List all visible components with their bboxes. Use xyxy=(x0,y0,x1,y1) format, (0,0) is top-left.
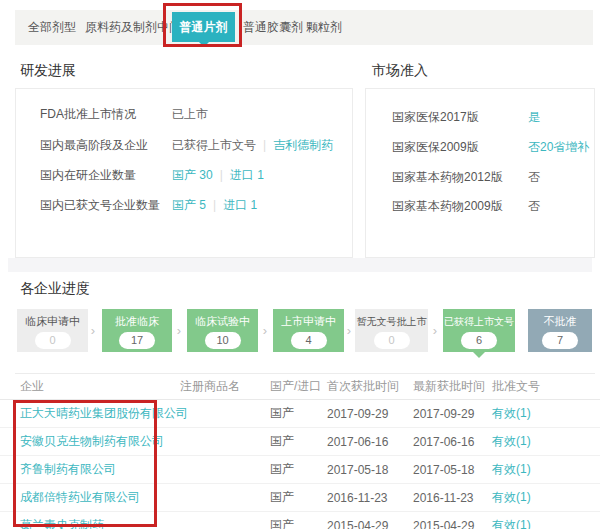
mkt-row-nrdl2017: 国家医保2017版是 xyxy=(392,109,540,125)
chevron-right-icon: › xyxy=(173,309,185,352)
rd-row-fda-value: 已上市 xyxy=(172,107,208,121)
license-link[interactable]: 有效(1) xyxy=(492,405,600,422)
origin-cell: 国产 xyxy=(270,461,327,478)
latest-approval-cell: 2015-04-29 xyxy=(413,519,492,529)
company-link[interactable]: 齐鲁制药有限公司 xyxy=(20,461,180,478)
tab-plain-tablet-selected[interactable]: 普通片剂 xyxy=(172,12,235,42)
rd-row-domestic-stage: 国内最高阶段及企业已获得上市文号|吉利德制药 xyxy=(40,137,333,153)
chevron-right-icon: › xyxy=(87,309,99,352)
stage-licensed-selected[interactable]: 已获得上市文号 6 xyxy=(443,309,515,352)
stage-rejected[interactable]: 不批准 7 xyxy=(528,309,592,352)
stage-label: 不批准 xyxy=(528,314,592,329)
stage-in-trial[interactable]: 临床试验中 10 xyxy=(187,309,258,352)
first-approval-cell: 2015-04-29 xyxy=(327,519,413,529)
rd-row-fda-label: FDA批准上市情况 xyxy=(40,106,172,122)
table-row: 正大天晴药业集团股份有限公司 国产 2017-09-29 2017-09-29 … xyxy=(0,400,600,428)
col-header-license: 批准文号 xyxy=(492,378,600,395)
origin-cell: 国产 xyxy=(270,433,327,450)
rd-progress-title: 研发进展 xyxy=(20,62,76,80)
stage-label: 临床试验中 xyxy=(187,314,258,329)
rd-row-fda: FDA批准上市情况已上市 xyxy=(40,106,208,122)
rd-row-domestic-stage-value: 已获得上市文号 xyxy=(172,138,256,152)
origin-cell: 国产 xyxy=(270,405,327,422)
mkt-row-nrdl2017-label: 国家医保2017版 xyxy=(392,109,528,125)
section-divider-band xyxy=(8,258,592,272)
first-approval-cell: 2017-06-16 xyxy=(327,435,413,449)
stage-label: 上市申请中 xyxy=(273,314,344,329)
market-access-card: 国家医保2017版是 国家医保2009版否20省增补 国家基本药物2012版否 … xyxy=(365,88,595,258)
rd-row-in-research-domestic-link[interactable]: 国产 30 xyxy=(172,168,213,182)
table-header-row: 企业 注册商品名 国产/进口 首次获批时间 最新获批时间 批准文号 xyxy=(0,373,600,400)
latest-approval-cell: 2017-06-16 xyxy=(413,435,492,449)
table-row: 葛兰素史克制药 国产 2015-04-29 2015-04-29 有效(1) xyxy=(0,512,600,529)
origin-cell: 国产 xyxy=(270,489,327,506)
col-header-origin: 国产/进口 xyxy=(270,378,327,395)
mkt-row-eml2009-value: 否 xyxy=(528,199,540,213)
stage-label: 临床申请中 xyxy=(17,314,88,329)
rd-row-in-research-label: 国内在研企业数量 xyxy=(40,167,172,183)
stage-count-badge: 10 xyxy=(205,332,241,349)
chevron-right-icon: › xyxy=(259,309,271,352)
rd-row-in-research-count: 国内在研企业数量国产 30|进口 1 xyxy=(40,167,264,183)
dosage-form-tabbar: 全部剂型 原料药及制剂中间体 普通片剂 普通胶囊剂 颗粒剂 xyxy=(15,10,593,45)
first-approval-cell: 2016-11-23 xyxy=(327,491,413,505)
stage-label: 已获得上市文号 xyxy=(443,314,515,329)
table-row: 安徽贝克生物制药有限公司 国产 2017-06-16 2017-06-16 有效… xyxy=(0,428,600,456)
company-link[interactable]: 正大天晴药业集团股份有限公司 xyxy=(20,405,180,422)
col-header-brand: 注册商品名 xyxy=(180,378,270,395)
stage-clinical-approved[interactable]: 批准临床 17 xyxy=(102,309,172,352)
license-link[interactable]: 有效(1) xyxy=(492,433,600,450)
company-link[interactable]: 成都倍特药业有限公司 xyxy=(20,489,180,506)
company-link[interactable]: 安徽贝克生物制药有限公司 xyxy=(20,433,180,450)
table-body: 正大天晴药业集团股份有限公司 国产 2017-09-29 2017-09-29 … xyxy=(0,400,600,529)
col-header-first-approval: 首次获批时间 xyxy=(327,378,413,395)
stage-label: 批准临床 xyxy=(102,314,172,329)
company-link[interactable]: 葛兰素史克制药 xyxy=(20,517,180,529)
mkt-row-nrdl2009-label: 国家医保2009版 xyxy=(392,139,528,155)
mkt-row-nrdl2009-value[interactable]: 否20省增补 xyxy=(528,140,589,154)
origin-cell: 国产 xyxy=(270,517,327,529)
stage-count-badge: 0 xyxy=(35,332,71,349)
latest-approval-cell: 2016-11-23 xyxy=(413,491,492,505)
license-link[interactable]: 有效(1) xyxy=(492,517,600,529)
table-row: 成都倍特药业有限公司 国产 2016-11-23 2016-11-23 有效(1… xyxy=(0,484,600,512)
rd-row-licensed-import-link[interactable]: 进口 1 xyxy=(223,198,257,212)
mkt-row-nrdl2009: 国家医保2009版否20省增补 xyxy=(392,139,589,155)
value-divider: | xyxy=(213,198,216,212)
rd-row-licensed-label: 国内已获文号企业数量 xyxy=(40,197,172,213)
rd-row-domestic-stage-label: 国内最高阶段及企业 xyxy=(40,137,172,153)
stage-count-badge: 0 xyxy=(374,332,410,349)
stage-count-badge: 7 xyxy=(542,332,578,349)
rd-row-in-research-import-link[interactable]: 进口 1 xyxy=(230,168,264,182)
value-divider: | xyxy=(263,138,266,152)
license-link[interactable]: 有效(1) xyxy=(492,461,600,478)
tab-all-dosage-forms[interactable]: 全部剂型 xyxy=(28,10,76,45)
first-approval-cell: 2017-05-18 xyxy=(327,463,413,477)
latest-approval-cell: 2017-05-18 xyxy=(413,463,492,477)
company-progress-title: 各企业进度 xyxy=(20,280,90,298)
rd-row-company-link[interactable]: 吉利德制药 xyxy=(273,138,333,152)
license-link[interactable]: 有效(1) xyxy=(492,489,600,506)
rd-row-licensed-domestic-link[interactable]: 国产 5 xyxy=(172,198,206,212)
mkt-row-eml2012: 国家基本药物2012版否 xyxy=(392,169,540,185)
market-access-title: 市场准入 xyxy=(372,62,428,80)
rd-row-licensed-count: 国内已获文号企业数量国产 5|进口 1 xyxy=(40,197,257,213)
col-header-latest-approval: 最新获批时间 xyxy=(413,378,492,395)
tab-granule[interactable]: 颗粒剂 xyxy=(306,10,342,45)
chevron-right-icon: › xyxy=(343,309,355,352)
page: 全部剂型 原料药及制剂中间体 普通片剂 普通胶囊剂 颗粒剂 研发进展 FDA批准… xyxy=(0,0,600,529)
stage-clinical-applying[interactable]: 临床申请中 0 xyxy=(17,309,88,352)
stage-count-badge: 4 xyxy=(291,332,327,349)
mkt-row-eml2012-label: 国家基本药物2012版 xyxy=(392,169,528,185)
tab-capsule[interactable]: 普通胶囊剂 xyxy=(243,10,303,45)
latest-approval-cell: 2017-09-29 xyxy=(413,407,492,421)
stage-nda-applying[interactable]: 上市申请中 4 xyxy=(273,309,344,352)
stage-label: 暂无文号批上市 xyxy=(355,314,428,329)
mkt-row-nrdl2017-value[interactable]: 是 xyxy=(528,110,540,124)
rd-progress-card: FDA批准上市情况已上市 国内最高阶段及企业已获得上市文号|吉利德制药 国内在研… xyxy=(15,88,353,258)
first-approval-cell: 2017-09-29 xyxy=(327,407,413,421)
stage-count-badge: 6 xyxy=(461,332,497,349)
mkt-row-eml2009: 国家基本药物2009版否 xyxy=(392,198,540,214)
mkt-row-eml2009-label: 国家基本药物2009版 xyxy=(392,198,528,214)
stage-approved-no-license[interactable]: 暂无文号批上市 0 xyxy=(355,309,428,352)
